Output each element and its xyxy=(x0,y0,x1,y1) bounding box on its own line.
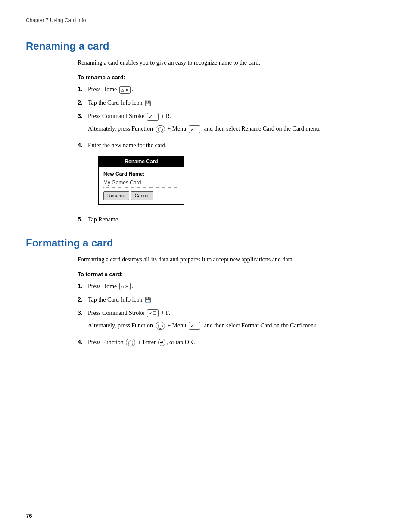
home-icon-2: ⌂ ✕ xyxy=(119,283,131,290)
formatting-subheading: To format a card: xyxy=(78,271,385,277)
enter-icon: ↵ xyxy=(158,339,165,346)
renaming-step-1: 1. Press Home ⌂ ✕. xyxy=(78,85,385,94)
formatting-content: Formatting a card destroys all its data … xyxy=(78,255,385,347)
step-num-5: 5. xyxy=(78,215,88,224)
menu-icon-2: ✓☐ xyxy=(189,322,200,330)
renaming-steps: 1. Press Home ⌂ ✕. 2. Tap the Card Info … xyxy=(78,85,385,224)
rename-card-dialog: Rename Card New Card Name: My Games Card… xyxy=(98,156,184,205)
top-rule xyxy=(26,31,385,31)
bottom-rule xyxy=(26,510,385,510)
home-icon-1: ⌂ ✕ xyxy=(119,86,131,94)
formatting-steps: 1. Press Home ⌂ ✕. 2. Tap the Card Info … xyxy=(78,282,385,347)
formatting-section: Formatting a card Formatting a card dest… xyxy=(26,237,385,347)
step-num-2: 2. xyxy=(78,98,88,107)
dialog-titlebar: Rename Card xyxy=(99,156,184,167)
renaming-subheading: To rename a card: xyxy=(78,74,385,81)
fmt-step-content-1: Press Home ⌂ ✕. xyxy=(88,282,385,291)
dialog-input-value: My Games Card xyxy=(103,179,179,188)
renaming-content: Renaming a card enables you to give an e… xyxy=(78,58,385,224)
renaming-step-4: 4. Enter the new name for the card. Rena… xyxy=(78,141,385,211)
fmt-step-num-1: 1. xyxy=(78,282,88,291)
fn-icon-2: ◯ xyxy=(156,322,165,330)
rename-button[interactable]: Rename xyxy=(103,191,129,200)
fmt-step-content-2: Tap the Card Info icon 💾. xyxy=(88,295,385,304)
breadcrumb: Chapter 7 Using Card Info xyxy=(26,17,385,23)
fmt-step-4: 4. Press Function ◯ + Enter ↵, or tap OK… xyxy=(78,338,385,347)
formatting-intro: Formatting a card destroys all its data … xyxy=(78,255,385,264)
step-num-3: 3. xyxy=(78,112,88,121)
renaming-step-2: 2. Tap the Card Info icon 💾. xyxy=(78,98,385,107)
dialog-body: New Card Name: My Games Card Rename Canc… xyxy=(99,167,184,204)
step-content-4: Enter the new name for the card. Rename … xyxy=(88,141,385,211)
renaming-section: Renaming a card Renaming a card enables … xyxy=(26,40,385,224)
fn-icon-3: ◯ xyxy=(126,339,135,346)
page: Chapter 7 Using Card Info Renaming a car… xyxy=(0,0,411,532)
fmt-step-content-3: Press Command Stroke ✓☐ + F. Alternately… xyxy=(88,308,385,333)
cmd-icon-1: ✓☐ xyxy=(147,113,159,121)
formatting-alternate: Alternately, press Function ◯ + Menu ✓☐,… xyxy=(88,321,385,330)
step-content-5: Tap Rename. xyxy=(88,215,385,224)
step-content-1: Press Home ⌂ ✕. xyxy=(88,85,385,94)
menu-icon-1: ✓☐ xyxy=(189,125,200,133)
step-num-1: 1. xyxy=(78,85,88,94)
step-content-2: Tap the Card Info icon 💾. xyxy=(88,98,385,107)
step-content-3: Press Command Stroke ✓☐ + R. Alternately… xyxy=(88,112,385,137)
renaming-step-5: 5. Tap Rename. xyxy=(78,215,385,224)
fmt-step-num-3: 3. xyxy=(78,308,88,317)
fmt-step-3: 3. Press Command Stroke ✓☐ + F. Alternat… xyxy=(78,308,385,333)
card-info-icon-2: 💾 xyxy=(145,296,151,304)
renaming-title: Renaming a card xyxy=(26,40,385,52)
fmt-step-2: 2. Tap the Card Info icon 💾. xyxy=(78,295,385,304)
cancel-button[interactable]: Cancel xyxy=(131,191,153,200)
fmt-step-num-2: 2. xyxy=(78,295,88,304)
step-num-4: 4. xyxy=(78,141,88,150)
dialog-field-label: New Card Name: xyxy=(103,170,179,178)
card-info-icon-1: 💾 xyxy=(145,100,151,107)
renaming-intro: Renaming a card enables you to give an e… xyxy=(78,58,385,67)
cmd-icon-2: ✓☐ xyxy=(147,309,159,317)
renaming-step-3: 3. Press Command Stroke ✓☐ + R. Alternat… xyxy=(78,112,385,137)
renaming-alternate-1: Alternately, press Function ◯ + Menu ✓☐,… xyxy=(88,124,385,133)
fn-icon-1: ◯ xyxy=(156,125,165,133)
fmt-step-1: 1. Press Home ⌂ ✕. xyxy=(78,282,385,291)
fmt-step-num-4: 4. xyxy=(78,338,88,347)
page-number: 76 xyxy=(26,513,32,519)
formatting-title: Formatting a card xyxy=(26,237,385,249)
dialog-buttons: Rename Cancel xyxy=(103,191,179,200)
fmt-step-content-4: Press Function ◯ + Enter ↵, or tap OK. xyxy=(88,338,385,347)
